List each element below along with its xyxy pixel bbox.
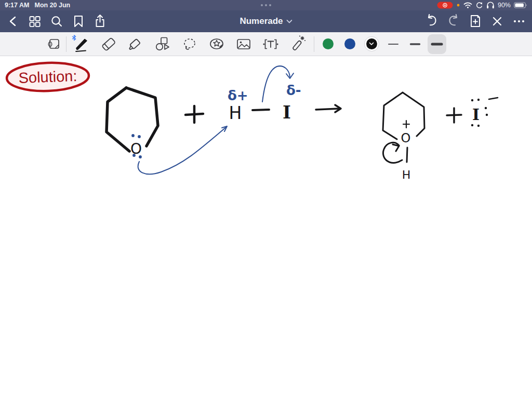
color-black-button-selected[interactable] (361, 32, 382, 56)
iodide-ion: I (471, 98, 498, 127)
wifi-icon (463, 1, 472, 9)
share-button[interactable] (89, 10, 111, 32)
battery-icon (514, 2, 527, 9)
delta-minus-label: δ- (286, 83, 301, 98)
thin-stroke-icon (387, 42, 400, 46)
green-color-swatch (323, 38, 334, 49)
reactant-oxygen-label: O (130, 140, 142, 157)
lasso-tool-button[interactable] (176, 32, 203, 56)
pen-icon (70, 34, 93, 55)
redo-icon (443, 10, 464, 32)
sticker-tool-button[interactable] (203, 32, 230, 56)
bookmark-icon (68, 10, 89, 32)
search-icon (46, 10, 68, 32)
status-bar: 9:17 AM Mon 20 Jun 90% (0, 0, 532, 10)
product-oxygen-label: O (401, 131, 411, 145)
lasso-icon (179, 34, 200, 55)
hydrogen-label: H (229, 103, 242, 123)
product-hydrogen-label: H (402, 168, 411, 181)
shapes-icon (152, 34, 173, 55)
status-time: 9:17 AM (5, 2, 29, 9)
highlighter-tool-button[interactable] (122, 32, 149, 56)
h-i-bond (252, 110, 269, 110)
status-date: Mon 20 Jun (34, 2, 70, 9)
screen-recording-icon[interactable] (437, 1, 453, 9)
back-button[interactable] (2, 10, 24, 32)
undo-icon (421, 10, 443, 32)
toolbar-divider (66, 36, 66, 52)
redo-button[interactable] (443, 10, 464, 32)
color-green-button[interactable] (317, 32, 339, 56)
mic-active-icon (456, 1, 460, 9)
page-panel-icon (45, 35, 63, 53)
plus-sign-right (447, 108, 461, 123)
document-title-label: Numerade (240, 16, 283, 26)
medium-stroke-icon (409, 42, 421, 47)
undo-button[interactable] (421, 10, 443, 32)
selected-color-ring (364, 36, 379, 51)
magic-wand-icon (287, 34, 308, 55)
chevron-down-icon (287, 20, 292, 23)
thickness-medium-button[interactable] (404, 32, 426, 56)
selected-thickness-highlight (428, 34, 446, 54)
image-tool-button[interactable] (230, 32, 257, 56)
iodide-negative-charge (489, 98, 498, 99)
document-title[interactable]: Numerade (240, 10, 292, 32)
delta-plus-label: δ+ (228, 88, 248, 103)
chevron-down-icon (369, 42, 374, 46)
image-icon (233, 34, 254, 55)
shapes-tool-button[interactable] (149, 32, 176, 56)
blue-color-swatch (344, 38, 355, 49)
pen-tool-button[interactable] (68, 32, 95, 56)
nav-bar: Numerade (0, 10, 532, 32)
share-icon (89, 10, 111, 32)
more-icon (508, 10, 530, 32)
color-blue-button[interactable] (339, 32, 361, 56)
solution-label: Solution: (18, 68, 77, 86)
magic-wand-tool-button[interactable] (284, 32, 311, 56)
back-icon (2, 10, 24, 32)
plus-sign-left (185, 106, 203, 123)
close-button[interactable] (486, 10, 508, 32)
drawing-canvas[interactable]: Solution: O δ+ δ- H I O (0, 56, 532, 399)
iodide-label: I (472, 105, 480, 124)
multitask-dots-icon (261, 4, 271, 6)
orientation-lock-icon (475, 1, 483, 9)
bookmark-button[interactable] (68, 10, 89, 32)
solution-heading: Solution: (6, 61, 89, 92)
drawing-toolbar (0, 32, 532, 56)
page-panel-button[interactable] (44, 32, 64, 56)
toolbar-divider (314, 36, 314, 52)
headphones-icon (486, 1, 495, 9)
sticker-icon (206, 34, 227, 55)
thickness-thick-button-selected[interactable] (426, 32, 448, 56)
text-icon (260, 34, 281, 55)
text-tool-button[interactable] (257, 32, 284, 56)
handwriting-layer: Solution: O δ+ δ- H I O (0, 56, 532, 399)
page-thumbnails-icon (24, 10, 46, 32)
curled-arrow-product-o (383, 142, 402, 163)
product-charge-plus (403, 121, 409, 128)
search-button[interactable] (46, 10, 68, 32)
eraser-tool-button[interactable] (95, 32, 122, 56)
close-icon (486, 10, 508, 32)
page-thumbnails-button[interactable] (24, 10, 46, 32)
highlighter-icon (125, 34, 146, 55)
more-button[interactable] (508, 10, 530, 32)
thick-stroke-icon (430, 41, 444, 47)
thickness-thin-button[interactable] (382, 32, 404, 56)
eraser-icon (98, 34, 119, 55)
black-color-swatch (366, 38, 377, 49)
reaction-arrow (316, 105, 341, 112)
add-page-icon (464, 10, 486, 32)
battery-percent: 90% (498, 2, 511, 9)
o-h-bond (407, 148, 407, 162)
add-page-button[interactable] (464, 10, 486, 32)
mechanism-arrow-o-to-h (138, 126, 227, 174)
iodine-label: I (283, 102, 291, 123)
